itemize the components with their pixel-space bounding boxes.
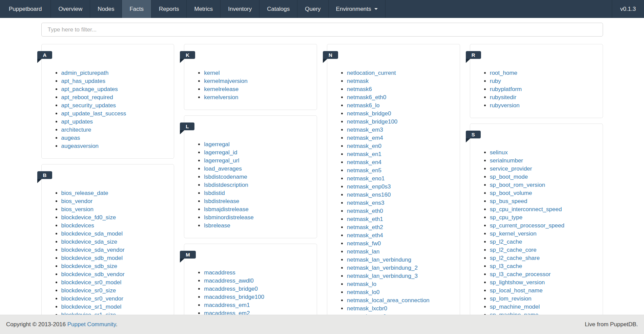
fact-link[interactable]: serialnumber xyxy=(490,157,523,164)
nav-item-nodes[interactable]: Nodes xyxy=(90,0,122,18)
fact-link[interactable]: sp_cpu_type xyxy=(490,214,522,221)
fact-link[interactable]: service_provider xyxy=(490,165,532,172)
fact-link[interactable]: apt_update_last_success xyxy=(61,110,126,117)
fact-link[interactable]: netmask_en0 xyxy=(347,143,381,149)
fact-link[interactable]: netmask_lan_verbindung_2 xyxy=(347,265,418,271)
fact-link[interactable]: blockdevice_sr0_size xyxy=(61,287,116,294)
nav-item-query[interactable]: Query xyxy=(297,0,328,18)
fact-link[interactable]: apt_updates xyxy=(61,118,93,125)
nav-item-overview[interactable]: Overview xyxy=(51,0,90,18)
nav-item-catalogs[interactable]: Catalogs xyxy=(259,0,297,18)
fact-link[interactable]: rubyversion xyxy=(490,102,520,109)
fact-link[interactable]: apt_has_updates xyxy=(61,78,105,84)
nav-item-inventory[interactable]: Inventory xyxy=(221,0,259,18)
fact-link[interactable]: macaddress xyxy=(204,269,235,276)
puppet-community-link[interactable]: Puppet Community xyxy=(67,321,116,328)
fact-filter-input[interactable] xyxy=(41,23,603,37)
fact-link[interactable]: admin_picturepath xyxy=(61,70,109,76)
fact-link[interactable]: netmask xyxy=(347,78,369,84)
fact-link[interactable]: macaddress_em2 xyxy=(204,310,250,315)
fact-link[interactable]: apt_security_updates xyxy=(61,102,116,109)
fact-link[interactable]: architecture xyxy=(61,127,91,133)
fact-link[interactable]: netmask_eth4 xyxy=(347,232,383,239)
fact-link[interactable]: lsbmajdistrelease xyxy=(204,206,248,213)
fact-link[interactable]: netmask_lan_verbindung_3 xyxy=(347,273,418,279)
fact-link[interactable]: ruby xyxy=(490,78,501,84)
fact-link[interactable]: netmask_bridge100 xyxy=(347,118,397,125)
fact-link[interactable]: sp_l3_cache xyxy=(490,263,522,269)
fact-link[interactable]: lsbdistdescription xyxy=(204,182,248,188)
fact-link[interactable]: bios_version xyxy=(61,206,94,213)
fact-link[interactable]: sp_l2_cache_core xyxy=(490,247,537,253)
fact-link[interactable]: blockdevice_sr1_size xyxy=(61,312,116,315)
fact-link[interactable]: sp_boot_rom_version xyxy=(490,182,545,188)
fact-link[interactable]: sp_cpu_interconnect_speed xyxy=(490,206,562,213)
fact-link[interactable]: lsbrelease xyxy=(204,222,230,229)
fact-link[interactable]: sp_bus_speed xyxy=(490,198,527,204)
fact-link[interactable]: lagerregal xyxy=(204,141,230,148)
fact-link[interactable]: lsbminordistrelease xyxy=(204,214,253,221)
fact-link[interactable]: blockdevice_sr1_model xyxy=(61,304,122,310)
nav-item-metrics[interactable]: Metrics xyxy=(187,0,221,18)
fact-link[interactable]: apt_package_updates xyxy=(61,86,118,92)
fact-link[interactable]: macaddress_bridge100 xyxy=(204,294,264,300)
fact-link[interactable]: blockdevice_sdb_size xyxy=(61,263,117,269)
fact-link[interactable]: netmask_enp0s3 xyxy=(347,183,391,190)
fact-link[interactable]: netmask_bridge0 xyxy=(347,110,391,117)
fact-link[interactable]: augeas xyxy=(61,135,80,141)
fact-link[interactable]: blockdevice_sr0_model xyxy=(61,279,122,286)
fact-link[interactable]: lsbdistrelease xyxy=(204,198,239,204)
fact-link[interactable]: kernel xyxy=(204,70,220,76)
fact-link[interactable]: lagerregal_url xyxy=(204,157,239,164)
fact-link[interactable]: netmask6_lo xyxy=(347,102,379,109)
fact-link[interactable]: augeasversion xyxy=(61,143,99,149)
fact-link[interactable]: blockdevice_sdb_vendor xyxy=(61,271,125,277)
fact-link[interactable]: macaddress_em1 xyxy=(204,302,250,308)
fact-link[interactable]: netmask_en5 xyxy=(347,167,381,174)
fact-link[interactable]: sp_boot_volume xyxy=(490,190,532,196)
nav-item-reports[interactable]: Reports xyxy=(151,0,187,18)
fact-link[interactable]: netmask6 xyxy=(347,86,372,92)
fact-link[interactable]: blockdevices xyxy=(61,222,94,229)
fact-link[interactable]: macaddress_bridge0 xyxy=(204,286,258,292)
fact-link[interactable]: sp_machine_model xyxy=(490,304,540,310)
fact-link[interactable]: lagerregal_id xyxy=(204,149,237,156)
fact-link[interactable]: lsbdistid xyxy=(204,190,225,196)
fact-link[interactable]: sp_lightshow_version xyxy=(490,279,545,286)
fact-link[interactable]: blockdevice_sr0_vendor xyxy=(61,295,123,302)
fact-link[interactable]: netmask_en4 xyxy=(347,159,381,165)
fact-link[interactable]: netmask_eno1 xyxy=(347,175,385,182)
fact-link[interactable]: netmask_ens160 xyxy=(347,192,391,198)
fact-link[interactable]: netlocation_current xyxy=(347,70,396,76)
fact-link[interactable]: netmask_eth1 xyxy=(347,216,383,222)
fact-link[interactable]: sp_l3_cache_processor xyxy=(490,271,551,277)
fact-link[interactable]: kernelrelease xyxy=(204,86,238,92)
fact-link[interactable]: lsbdistcodename xyxy=(204,174,247,180)
fact-link[interactable]: rubysitedir xyxy=(490,94,516,101)
fact-link[interactable]: sp_machine_name xyxy=(490,312,539,315)
fact-link[interactable]: netmask_lo xyxy=(347,281,376,287)
fact-link[interactable]: blockdevice_sda_size xyxy=(61,239,117,245)
fact-link[interactable]: sp_boot_mode xyxy=(490,174,528,180)
fact-link[interactable]: blockdevice_fd0_size xyxy=(61,214,116,221)
fact-link[interactable]: macaddress_awdl0 xyxy=(204,277,253,284)
fact-link[interactable]: netmask6_eth0 xyxy=(347,94,386,101)
fact-link[interactable]: sp_kernel_version xyxy=(490,230,537,237)
nav-item-environments[interactable]: Environments xyxy=(329,0,386,18)
fact-link[interactable]: netmask_lan xyxy=(347,248,379,255)
fact-link[interactable]: rubyplatform xyxy=(490,86,522,92)
fact-link[interactable]: netmask_fw0 xyxy=(347,240,381,247)
fact-link[interactable]: sp_local_host_name xyxy=(490,287,543,294)
fact-link[interactable]: selinux xyxy=(490,149,508,156)
fact-link[interactable]: apt_reboot_required xyxy=(61,94,113,101)
fact-link[interactable]: netmask_en1 xyxy=(347,151,381,157)
fact-link[interactable]: netmask_eth0 xyxy=(347,208,383,214)
fact-link[interactable]: sp_l2_cache xyxy=(490,239,522,245)
fact-link[interactable]: blockdevice_sda_vendor xyxy=(61,247,125,253)
fact-link[interactable]: netmask_lan_verbindung xyxy=(347,257,411,263)
fact-link[interactable]: netmask_lo0 xyxy=(347,289,379,295)
fact-link[interactable]: sp_current_processor_speed xyxy=(490,222,564,229)
fact-link[interactable]: netmask_local_area_connection xyxy=(347,297,430,304)
fact-link[interactable]: sp_l2_cache_share xyxy=(490,255,540,261)
fact-link[interactable]: netmask_em4 xyxy=(347,135,383,141)
